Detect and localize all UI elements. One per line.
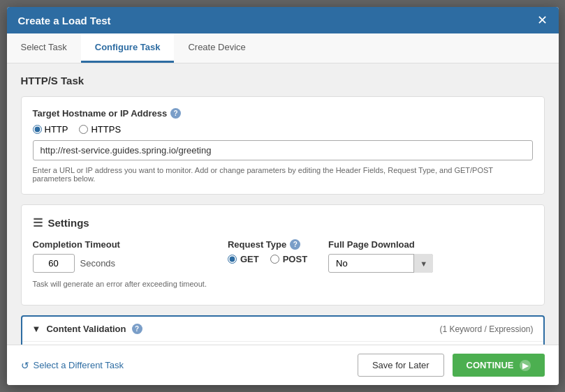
- full-page-download-select-wrapper: No Yes ▼: [328, 254, 433, 273]
- radio-post-input[interactable]: [270, 255, 279, 264]
- save-for-later-button[interactable]: Save for Later: [358, 354, 444, 377]
- section-title: HTTP/S Task: [21, 75, 545, 86]
- request-type-help-icon[interactable]: ?: [290, 239, 300, 250]
- modal-overlay: Create a Load Test ✕ Select Task Configu…: [0, 0, 565, 392]
- radio-https[interactable]: HTTPS: [79, 124, 121, 135]
- cv-chevron-icon[interactable]: ▼: [32, 324, 41, 334]
- timeout-hint: Task will generate an error after exceed…: [33, 280, 207, 288]
- radio-get-input[interactable]: [228, 255, 237, 264]
- settings-icon: ☰: [33, 216, 43, 229]
- arrow-left-icon: ↺: [21, 360, 29, 371]
- continue-icon: ▶: [520, 360, 531, 371]
- footer-actions: Save for Later CONTINUE ▶: [358, 354, 545, 377]
- radio-http-input[interactable]: [33, 125, 42, 134]
- cv-help-icon[interactable]: ?: [132, 324, 142, 334]
- modal-footer: ↺ Select a Different Task Save for Later…: [7, 345, 559, 385]
- settings-form-row: Completion Timeout Seconds Task will gen…: [33, 239, 533, 288]
- url-input[interactable]: [33, 140, 533, 160]
- modal-header: Create a Load Test ✕: [7, 7, 559, 33]
- protocol-radio-group: HTTP HTTPS: [33, 124, 533, 135]
- cv-header: ▼ Content Validation ? (1 Keyword / Expr…: [22, 317, 543, 342]
- tab-select-task[interactable]: Select Task: [7, 33, 81, 63]
- completion-timeout-group: Completion Timeout Seconds Task will gen…: [33, 239, 207, 288]
- tab-configure-task[interactable]: Configure Task: [81, 33, 175, 63]
- content-validation-section: ▼ Content Validation ? (1 Keyword / Expr…: [21, 315, 545, 345]
- modal: Create a Load Test ✕ Select Task Configu…: [7, 7, 559, 385]
- radio-https-input[interactable]: [79, 125, 88, 134]
- modal-title: Create a Load Test: [18, 15, 111, 27]
- request-type-radio-group: GET POST: [228, 254, 307, 264]
- url-hint: Enter a URL or IP address you want to mo…: [33, 166, 533, 183]
- modal-close-button[interactable]: ✕: [537, 14, 548, 27]
- target-hostname-label: Target Hostname or IP Address ?: [33, 108, 533, 119]
- timeout-input[interactable]: [33, 254, 75, 273]
- radio-get[interactable]: GET: [228, 254, 259, 264]
- target-hostname-help-icon[interactable]: ?: [170, 108, 181, 119]
- target-hostname-card: Target Hostname or IP Address ? HTTP HTT…: [21, 96, 545, 195]
- settings-header: ☰ Settings: [33, 216, 533, 229]
- modal-body: HTTP/S Task Target Hostname or IP Addres…: [7, 63, 559, 345]
- request-type-label: Request Type ?: [228, 239, 307, 250]
- full-page-download-select[interactable]: No Yes: [328, 254, 433, 273]
- cv-header-left: ▼ Content Validation ?: [32, 324, 142, 334]
- cv-count: (1 Keyword / Expression): [439, 324, 533, 334]
- continue-button[interactable]: CONTINUE ▶: [453, 354, 545, 377]
- timeout-row: Seconds: [33, 254, 207, 273]
- tabs-bar: Select Task Configure Task Create Device: [7, 33, 559, 63]
- radio-post[interactable]: POST: [270, 254, 307, 264]
- radio-http[interactable]: HTTP: [33, 124, 68, 135]
- select-different-task-link[interactable]: ↺ Select a Different Task: [21, 360, 124, 371]
- settings-card: ☰ Settings Completion Timeout Seconds Ta…: [21, 204, 545, 306]
- full-page-download-group: Full Page Download No Yes ▼: [328, 239, 433, 273]
- full-page-download-label: Full Page Download: [328, 239, 433, 250]
- request-type-group: Request Type ? GET POST: [228, 239, 307, 264]
- timeout-unit: Seconds: [80, 258, 116, 269]
- tab-create-device[interactable]: Create Device: [174, 33, 259, 63]
- completion-timeout-label: Completion Timeout: [33, 239, 207, 250]
